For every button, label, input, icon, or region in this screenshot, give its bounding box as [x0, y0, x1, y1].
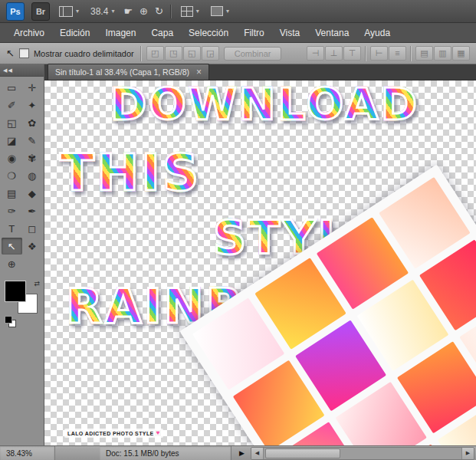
close-icon[interactable]: ×: [196, 67, 202, 77]
eraser-tool[interactable]: ◪: [2, 132, 22, 149]
align-distribute-groups: ⊣⊥⊤ ⊢≡ ▤▥▦: [307, 46, 470, 61]
distribute-icon-1[interactable]: ⊢: [370, 46, 388, 61]
arrange-icon-3[interactable]: ◱: [183, 46, 201, 61]
align-buttons-group-a: ⊣⊥⊤: [307, 46, 361, 61]
clone-stamp-tool[interactable]: ◉: [2, 150, 22, 166]
tool-panel: ◀◀ ▭✛✐✦◱✿◪✎◉✾❍◍▤◆✑✒T◻↖❖⊕ ⇄: [0, 64, 44, 445]
tool-list: ▭✛✐✦◱✿◪✎◉✾❍◍▤◆✑✒T◻↖❖⊕: [0, 77, 44, 274]
status-doc-field[interactable]: Doc: 15.1 MB/0 bytes: [100, 446, 231, 460]
collapse-arrows-icon: ◀◀: [3, 67, 13, 74]
photo-grid: [179, 164, 476, 445]
status-bar: 38.43% Doc: 15.1 MB/0 bytes ▶ ◀ ▶: [0, 445, 476, 460]
horizontal-scrollbar[interactable]: ◀ ▶: [251, 447, 474, 460]
align-icon-1[interactable]: ⊣: [307, 46, 324, 61]
distribute-icon-2[interactable]: ≡: [389, 46, 406, 61]
layer-align-icon-1[interactable]: ▤: [415, 46, 433, 61]
app-bar: Ps Br ▾ 38.4 ▾ ☛ ⊕ ↻ ▾ ▾: [0, 0, 476, 23]
default-foreground-swatch[interactable]: [5, 316, 12, 324]
show-bounding-box-checkbox[interactable]: [19, 48, 29, 58]
eyedropper-tool[interactable]: ✑: [2, 202, 22, 219]
zoom-tool[interactable]: ⊕: [2, 255, 22, 272]
menu-item-ventana[interactable]: Ventana: [307, 25, 356, 41]
screen-mode-icon: [211, 6, 223, 16]
lasso-tool[interactable]: ✐: [2, 97, 22, 113]
menu-bar-items: ArchivoEdiciónImagenCapaSelecciónFiltroV…: [0, 23, 476, 43]
layout-selector-button[interactable]: ▾: [57, 5, 81, 18]
document-tab[interactable]: Sin título-1 al 38.4% (Capa 1, RGB/8) ×: [48, 64, 209, 80]
current-tool-icon: ↖: [6, 48, 15, 59]
combine-button[interactable]: Combinar: [224, 47, 282, 61]
menu-item-imagen[interactable]: Imagen: [97, 25, 143, 41]
divider: [410, 46, 412, 61]
align-icon-3[interactable]: ⊤: [343, 46, 361, 61]
rectangular-marquee-tool[interactable]: ▭: [2, 79, 22, 96]
watermark: LALO ADICTED PHOTO STYLE ♥: [64, 429, 163, 438]
show-bounding-box-label: Mostrar cuadro delimitador: [34, 49, 134, 58]
scrollbar-thumb[interactable]: [265, 449, 340, 458]
menu-item-filtro[interactable]: Filtro: [236, 25, 272, 41]
arrange-icon-2[interactable]: ◳: [165, 46, 182, 61]
panel-collapse-button[interactable]: ◀◀: [0, 64, 44, 77]
arrange-icon-1[interactable]: ◰: [146, 46, 164, 61]
selection-arrow-tool[interactable]: ↖: [2, 238, 22, 255]
align-buttons-group-c: ▤▥▦: [415, 46, 470, 61]
menu-item-capa[interactable]: Capa: [143, 25, 181, 41]
menu-item-archivo[interactable]: Archivo: [6, 25, 52, 41]
chevron-down-icon: ▾: [196, 8, 199, 15]
align-icon-2[interactable]: ⊥: [325, 46, 343, 61]
menu-item-edicion[interactable]: Edición: [52, 25, 97, 41]
zoom-level-dropdown[interactable]: 38.4 ▾: [88, 5, 117, 18]
options-bar: ↖ Mostrar cuadro delimitador ◰◳◱◲ Combin…: [0, 43, 476, 64]
zoom-tool-icon[interactable]: ⊕: [140, 6, 148, 16]
sponge-tool[interactable]: ◍: [22, 167, 43, 184]
heart-icon: ♥: [156, 430, 160, 436]
shape-tool[interactable]: ◻: [22, 220, 43, 237]
chevron-down-icon: ▾: [111, 8, 114, 15]
status-zoom-field[interactable]: 38.43%: [0, 446, 55, 460]
bridge-logo-icon[interactable]: Br: [31, 2, 50, 21]
smart-brush-tool[interactable]: ✾: [22, 150, 43, 166]
arrange-icon-4[interactable]: ◲: [202, 46, 219, 61]
arrange-buttons-group: ◰◳◱◲: [146, 46, 219, 61]
document-tab-title: Sin título-1 al 38.4% (Capa 1, RGB/8): [55, 67, 189, 77]
hand-tool[interactable]: ❖: [22, 238, 43, 255]
pen-tool[interactable]: ✒: [22, 202, 43, 219]
rotate-view-icon[interactable]: ↻: [155, 6, 163, 16]
gradient-tool[interactable]: ▤: [2, 185, 22, 202]
chevron-down-icon: ▾: [226, 8, 229, 15]
swap-colors-icon[interactable]: ⇄: [34, 281, 40, 288]
screen-mode-button[interactable]: ▾: [208, 5, 231, 18]
layer-align-icon-2[interactable]: ▥: [434, 46, 451, 61]
brush-tool[interactable]: ✎: [22, 132, 43, 149]
crop-tool[interactable]: ◱: [2, 114, 22, 131]
hand-tool-icon[interactable]: ☛: [123, 6, 133, 16]
magic-wand-tool[interactable]: ✦: [22, 97, 43, 113]
menu-item-seleccion[interactable]: Selección: [181, 25, 236, 41]
type-tool[interactable]: T: [2, 220, 22, 237]
divider: [140, 46, 142, 61]
color-swatches: ⇄: [5, 281, 40, 330]
status-menu-arrow-icon[interactable]: ▶: [239, 449, 245, 457]
chevron-down-icon: ▾: [76, 8, 79, 15]
divider: [170, 5, 172, 18]
foreground-color-swatch[interactable]: [5, 281, 26, 302]
scroll-right-button[interactable]: ▶: [461, 448, 474, 459]
document-tab-strip: Sin título-1 al 38.4% (Capa 1, RGB/8) ×: [44, 64, 476, 80]
watermark-text: LALO ADICTED PHOTO STYLE: [67, 431, 154, 436]
menu-item-vista[interactable]: Vista: [272, 25, 307, 41]
menu-item-ayuda[interactable]: Ayuda: [356, 25, 398, 41]
document-canvas[interactable]: DOWNLOAD THIS STYLE RAINBOW LALO ADICTED…: [44, 80, 476, 445]
blur-tool[interactable]: ❍: [2, 167, 22, 184]
arrange-documents-button[interactable]: ▾: [179, 5, 202, 18]
canvas-word-download: DOWNLOAD: [110, 80, 419, 130]
canvas-word-this: THIS: [60, 143, 201, 202]
cookie-cutter-tool[interactable]: ✿: [22, 114, 43, 131]
move-tool[interactable]: ✛: [22, 79, 43, 96]
photoshop-logo-icon[interactable]: Ps: [6, 2, 25, 21]
scroll-left-button[interactable]: ◀: [251, 448, 264, 459]
layout-icon: [59, 6, 73, 17]
status-zoom-value: 38.43%: [6, 449, 32, 458]
layer-align-icon-3[interactable]: ▦: [452, 46, 470, 61]
paint-bucket-tool[interactable]: ◆: [22, 185, 43, 202]
divider: [365, 46, 366, 61]
